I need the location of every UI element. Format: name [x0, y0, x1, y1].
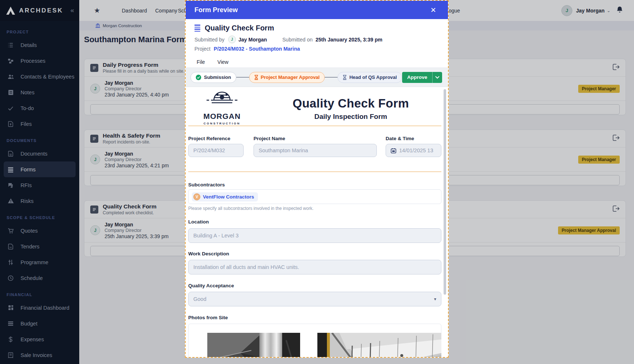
- divider: [188, 171, 441, 172]
- quality-acceptance-label: Quality Acceptance: [188, 283, 234, 288]
- form-preview-modal: Form Preview ✕ Quality Check Form Submit…: [185, 0, 449, 358]
- document-subtitle: Daily Inspection Form: [263, 113, 439, 121]
- date-time-input[interactable]: 14/01/2025 13: [386, 144, 441, 157]
- hourglass-icon: [343, 75, 347, 80]
- modal-menubar: File View: [186, 56, 448, 68]
- logo-line1: MORGAN: [202, 112, 242, 121]
- check-circle-icon: [196, 74, 201, 80]
- approve-button[interactable]: Approve: [402, 72, 433, 83]
- photos-label: Photos from Site: [188, 315, 228, 320]
- workflow-step-label: Submission: [204, 74, 231, 80]
- location-input[interactable]: Building A - Level 3: [188, 228, 441, 243]
- select-caret-icon: ▾: [434, 296, 436, 302]
- logo-line2: CONSTRUCTION: [202, 122, 242, 125]
- calendar-icon: [391, 148, 396, 153]
- menu-file[interactable]: File: [197, 59, 205, 65]
- site-photo-ceiling[interactable]: [317, 333, 441, 358]
- project-reference-input[interactable]: P/2024/M032: [188, 144, 244, 157]
- form-title: Quality Check Form: [205, 24, 274, 32]
- hourglass-icon: [254, 75, 258, 80]
- subcontractors-field[interactable]: V VentFlow Contractors: [188, 189, 441, 204]
- submitted-on-label: Submitted on: [283, 37, 313, 43]
- close-icon[interactable]: ✕: [430, 6, 439, 14]
- form-info-section: Quality Check Form Submitted by J Jay Mo…: [186, 19, 448, 56]
- workflow-step-pm-approval[interactable]: Project Manager Approval: [249, 72, 325, 83]
- subcontractor-name: VentFlow Contractors: [203, 194, 254, 200]
- work-description-input[interactable]: Installation of all ducts and main HVAC …: [188, 260, 441, 274]
- scrollbar-thumb[interactable]: [444, 89, 446, 295]
- subcontractors-label: Subcontractors: [188, 182, 225, 188]
- workflow-steps: Submission Project Manager Approval Head…: [186, 68, 448, 87]
- project-label: Project: [194, 46, 211, 52]
- approve-dropdown-caret-icon[interactable]: [432, 72, 442, 83]
- modal-header: Form Preview ✕: [186, 1, 448, 19]
- workflow-step-label: Head of QS Approval: [349, 74, 397, 80]
- subcontractors-helper-text: Please specify all subcontractors involv…: [188, 206, 314, 211]
- approve-split-button[interactable]: Approve: [402, 72, 442, 83]
- morgan-construction-logo: MORGAN CONSTRUCTION: [202, 88, 242, 125]
- submitter-name: Jay Morgan: [238, 37, 267, 43]
- project-name-label: Project Name: [254, 136, 285, 141]
- modal-title: Form Preview: [194, 6, 430, 14]
- workflow-step-submission[interactable]: Submission: [190, 72, 236, 83]
- date-time-label: Date & Time: [386, 136, 414, 141]
- photos-container: [188, 324, 441, 358]
- avatar: V: [193, 193, 200, 200]
- submitted-by-label: Submitted by: [194, 37, 225, 43]
- document-title: Quality Check Form: [263, 97, 439, 110]
- workflow-step-qs-approval[interactable]: Head of QS Approval: [338, 72, 402, 83]
- form-document-body: MORGAN CONSTRUCTION Quality Check Form D…: [186, 87, 448, 352]
- quality-acceptance-value: Good: [193, 296, 206, 302]
- work-description-label: Work Description: [188, 251, 229, 256]
- date-time-value: 14/01/2025 13: [399, 148, 433, 153]
- avatar: J: [228, 36, 236, 43]
- subcontractor-chip[interactable]: V VentFlow Contractors: [192, 192, 258, 201]
- workflow-connector: [236, 77, 249, 78]
- document-heading: Quality Check Form Daily Inspection Form: [263, 97, 439, 121]
- location-label: Location: [188, 219, 209, 225]
- site-photo-duct[interactable]: [207, 333, 300, 358]
- quality-acceptance-select[interactable]: Good ▾: [188, 292, 441, 306]
- submitted-on-value: 25th January 2025, 3:39 pm: [316, 37, 382, 43]
- workflow-connector: [325, 77, 338, 78]
- menu-view[interactable]: View: [218, 59, 229, 65]
- project-name-input[interactable]: Southampton Marina: [254, 144, 377, 157]
- divider: [188, 125, 441, 126]
- project-link[interactable]: P/2024/M032 - Southampton Marina: [214, 46, 300, 52]
- workflow-step-label: Project Manager Approval: [261, 74, 320, 80]
- form-menu-icon[interactable]: [194, 25, 200, 32]
- project-reference-label: Project Reference: [188, 136, 230, 141]
